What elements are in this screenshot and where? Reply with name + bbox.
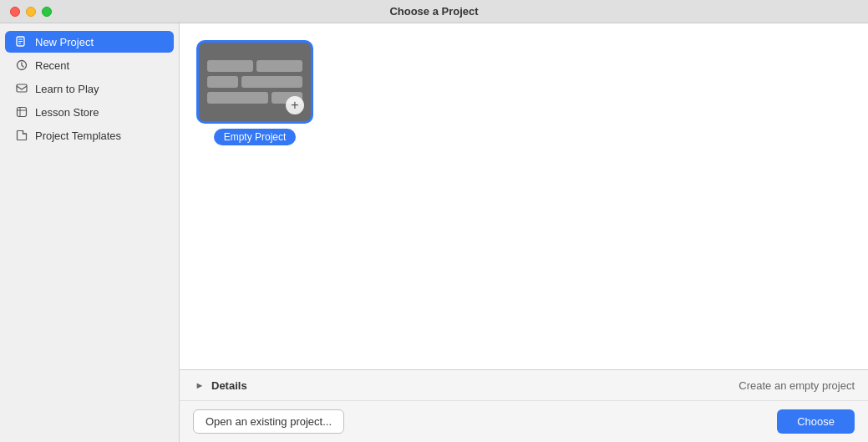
projects-grid: + Empty Project bbox=[180, 23, 868, 369]
plus-badge: + bbox=[286, 96, 304, 114]
sidebar-item-recent[interactable]: Recent bbox=[5, 54, 174, 76]
details-label: Details bbox=[211, 379, 247, 392]
minimize-button[interactable] bbox=[26, 7, 36, 17]
sidebar-new-project-label: New Project bbox=[35, 36, 94, 48]
details-row: ► Details Create an empty project bbox=[180, 370, 868, 401]
open-existing-button[interactable]: Open an existing project... bbox=[193, 409, 344, 434]
sidebar-learn-label: Learn to Play bbox=[35, 83, 99, 95]
track-row-2 bbox=[207, 76, 302, 88]
track-block bbox=[207, 76, 238, 88]
svg-rect-5 bbox=[17, 84, 27, 92]
new-project-icon bbox=[15, 35, 28, 48]
window-title: Choose a Project bbox=[389, 5, 478, 18]
track-block bbox=[241, 76, 302, 88]
project-thumbnail: + bbox=[196, 40, 313, 124]
actions-row: Open an existing project... Choose bbox=[180, 401, 868, 442]
lesson-store-icon bbox=[15, 105, 28, 119]
maximize-button[interactable] bbox=[42, 7, 52, 17]
content-area: + Empty Project ► Details Create an empt… bbox=[180, 23, 868, 442]
sidebar-item-project-templates[interactable]: Project Templates bbox=[5, 124, 174, 146]
traffic-lights bbox=[10, 7, 52, 17]
details-description: Create an empty project bbox=[739, 379, 855, 392]
track-row-1 bbox=[207, 60, 302, 72]
track-block bbox=[207, 60, 253, 72]
recent-icon bbox=[15, 58, 28, 72]
close-button[interactable] bbox=[10, 7, 20, 17]
chevron-right-icon: ► bbox=[193, 378, 206, 392]
empty-project-card[interactable]: + Empty Project bbox=[196, 40, 313, 145]
project-label: Empty Project bbox=[214, 129, 297, 145]
sidebar: New Project Recent Learn to Play bbox=[0, 23, 180, 442]
bottom-bar: ► Details Create an empty project Open a… bbox=[180, 369, 868, 442]
sidebar-lesson-store-label: Lesson Store bbox=[35, 106, 99, 119]
main-container: New Project Recent Learn to Play bbox=[0, 23, 868, 442]
svg-rect-6 bbox=[18, 108, 27, 117]
project-templates-icon bbox=[15, 129, 28, 142]
track-block bbox=[207, 92, 268, 104]
sidebar-item-learn-to-play[interactable]: Learn to Play bbox=[5, 78, 174, 99]
track-block bbox=[256, 60, 302, 72]
sidebar-recent-label: Recent bbox=[35, 59, 69, 72]
titlebar: Choose a Project bbox=[0, 0, 868, 23]
sidebar-item-new-project[interactable]: New Project bbox=[5, 31, 174, 53]
learn-to-play-icon bbox=[15, 82, 28, 95]
sidebar-project-templates-label: Project Templates bbox=[35, 130, 121, 142]
choose-button[interactable]: Choose bbox=[777, 409, 855, 434]
sidebar-item-lesson-store[interactable]: Lesson Store bbox=[5, 101, 174, 123]
